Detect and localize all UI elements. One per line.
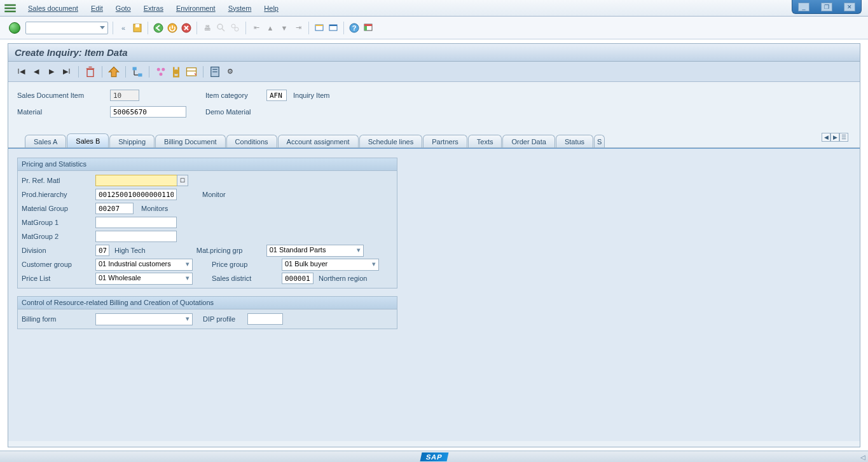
header-fields: Sales Document Item Item category Inquir… xyxy=(8,82,860,124)
next-item-icon[interactable]: ▶ xyxy=(45,65,58,78)
ok-code-field[interactable] xyxy=(25,22,108,34)
material-field[interactable] xyxy=(110,106,186,118)
application-toolbar: I◀ ◀ ▶ ▶I ⚙ xyxy=(8,62,860,82)
find-next-icon xyxy=(229,22,242,34)
division-label: Division xyxy=(22,247,95,254)
last-item-icon[interactable]: ▶I xyxy=(60,65,73,78)
material-group-field[interactable] xyxy=(95,203,134,214)
customer-group-dropdown[interactable]: 01 Industrial customers xyxy=(95,259,193,271)
sap-logo: SAP xyxy=(420,452,448,461)
config-icon-2[interactable] xyxy=(170,65,183,78)
new-session-icon[interactable] xyxy=(313,22,326,34)
svg-point-10 xyxy=(231,24,235,28)
billing-form-dropdown[interactable] xyxy=(95,313,193,325)
first-page-icon: ⇤ xyxy=(250,22,263,34)
tab-texts[interactable]: Texts xyxy=(468,135,502,147)
tab-schedule-lines[interactable]: Schedule lines xyxy=(359,135,423,147)
price-group-dropdown[interactable]: 01 Bulk buyer xyxy=(282,259,379,271)
group-pricing-title: Pricing and Statistics xyxy=(18,158,397,171)
prev-item-icon[interactable]: ◀ xyxy=(30,65,43,78)
tab-more[interactable]: S xyxy=(594,135,605,147)
enter-button[interactable] xyxy=(9,22,20,34)
tab-list-icon[interactable]: ☰ xyxy=(839,133,848,142)
menu-edit[interactable]: Edit xyxy=(85,2,109,15)
matgroup2-field[interactable] xyxy=(95,231,177,242)
services-icon[interactable]: ⚙ xyxy=(224,65,237,78)
mat-pricing-grp-dropdown[interactable]: 01 Standard Parts xyxy=(266,245,364,257)
sales-doc-item-label: Sales Document Item xyxy=(17,92,110,99)
svg-marker-24 xyxy=(109,67,119,76)
item-detail-tabstrip: Sales A Sales B Shipping Billing Documen… xyxy=(8,133,860,148)
minimize-icon[interactable]: _ xyxy=(798,3,809,11)
svg-rect-25 xyxy=(133,67,137,70)
app-menu-icon[interactable] xyxy=(4,2,17,15)
menu-help[interactable]: Help xyxy=(258,2,285,15)
tab-conditions[interactable]: Conditions xyxy=(226,135,277,147)
prod-hierarchy-field[interactable] xyxy=(95,189,177,200)
material-label: Material xyxy=(17,108,110,116)
svg-point-30 xyxy=(162,67,165,71)
status-detail-toggle-icon[interactable]: ◁ xyxy=(860,454,865,461)
first-item-icon[interactable]: I◀ xyxy=(15,65,27,78)
menu-goto[interactable]: Goto xyxy=(109,2,137,15)
svg-point-11 xyxy=(235,27,238,31)
config-icon-1[interactable] xyxy=(155,65,167,78)
help-icon[interactable]: ? xyxy=(348,22,361,34)
print-icon: 🖶 xyxy=(201,22,214,34)
save-icon[interactable] xyxy=(131,22,144,34)
costing-icon[interactable] xyxy=(185,65,198,78)
cancel-icon[interactable] xyxy=(180,22,193,34)
menu-system[interactable]: System xyxy=(222,2,258,15)
tab-sales-a[interactable]: Sales A xyxy=(25,135,66,147)
ok-code-dropdown-icon[interactable] xyxy=(100,26,105,29)
item-category-label: Item category xyxy=(205,92,266,99)
prev-page-icon: ▲ xyxy=(264,22,277,34)
display-header-icon[interactable] xyxy=(107,65,120,78)
tab-scroll-left-icon[interactable]: ◀ xyxy=(822,133,830,142)
item-category-text: Inquiry Item xyxy=(293,92,329,99)
sales-district-label: Sales district xyxy=(212,275,282,282)
sum-icon[interactable] xyxy=(209,65,221,78)
tab-partners[interactable]: Partners xyxy=(423,135,467,147)
menu-sales-document[interactable]: Sales document xyxy=(22,2,85,15)
svg-rect-19 xyxy=(364,24,372,26)
division-field[interactable] xyxy=(95,245,109,256)
history-back-icon[interactable]: « xyxy=(117,22,130,34)
price-list-dropdown[interactable]: 01 Wholesale xyxy=(95,273,193,285)
shortcut-icon[interactable] xyxy=(327,22,340,34)
tab-sales-b[interactable]: Sales B xyxy=(67,133,109,147)
svg-rect-2 xyxy=(4,10,16,12)
tab-status[interactable]: Status xyxy=(556,135,593,147)
matgroup1-field[interactable] xyxy=(95,217,177,228)
tab-shipping[interactable]: Shipping xyxy=(109,135,155,147)
delete-item-icon[interactable] xyxy=(84,65,97,78)
back-icon[interactable] xyxy=(152,22,165,34)
tab-order-data[interactable]: Order Data xyxy=(502,135,555,147)
tab-scroll-controls: ◀ ▶ ☰ xyxy=(822,133,848,142)
tab-scroll-right-icon[interactable]: ▶ xyxy=(830,133,839,142)
exit-icon[interactable] xyxy=(166,22,179,34)
tab-body-sales-b: Pricing and Statistics Pr. Ref. Matl ☐ P… xyxy=(8,147,860,441)
pr-ref-matl-field[interactable] xyxy=(95,175,177,186)
item-category-field[interactable] xyxy=(266,90,287,101)
status-bar: SAP ◁ xyxy=(0,451,868,462)
prod-hierarchy-text: Monitor xyxy=(202,191,226,198)
tab-account-assignment[interactable]: Account assignment xyxy=(278,135,359,147)
close-icon[interactable]: ✕ xyxy=(844,3,855,11)
price-list-label: Price List xyxy=(22,275,95,282)
menu-environment[interactable]: Environment xyxy=(170,2,222,15)
sales-district-field[interactable] xyxy=(282,273,313,284)
svg-point-29 xyxy=(157,67,160,71)
menu-extras[interactable]: Extras xyxy=(137,2,170,15)
svg-point-31 xyxy=(160,72,163,76)
sales-doc-item-field xyxy=(110,90,139,101)
prod-hierarchy-label: Prod.hierarchy xyxy=(22,191,95,198)
find-icon xyxy=(215,22,228,34)
search-help-icon[interactable]: ☐ xyxy=(177,175,188,186)
tab-billing-document[interactable]: Billing Document xyxy=(155,135,226,147)
layout-menu-icon[interactable] xyxy=(362,22,375,34)
restore-icon[interactable]: ❐ xyxy=(821,3,832,11)
dip-profile-field[interactable] xyxy=(247,313,283,325)
display-doc-flow-icon[interactable] xyxy=(131,65,144,78)
svg-rect-1 xyxy=(4,7,16,9)
